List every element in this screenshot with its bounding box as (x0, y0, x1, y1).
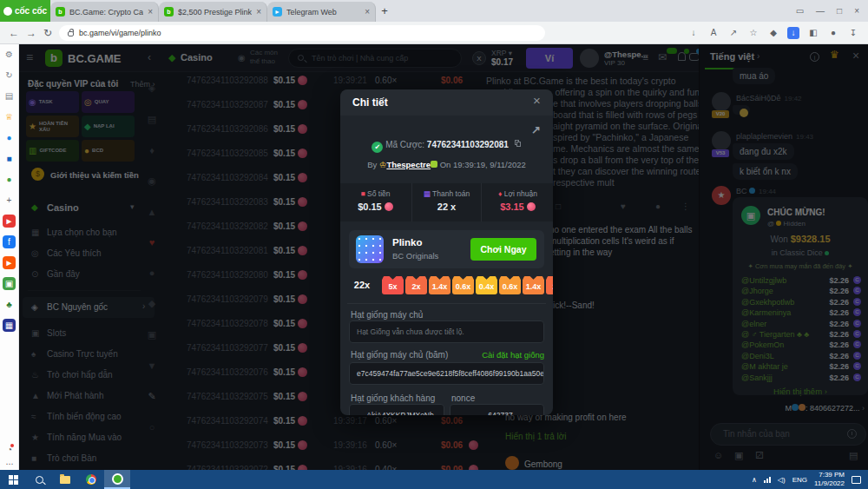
reload-button[interactable]: ↻ (43, 27, 52, 39)
translate-icon[interactable]: A (707, 27, 720, 39)
nav-sports-line1[interactable]: Các môn (250, 49, 278, 56)
rail-icon[interactable]: ✎ (148, 391, 155, 402)
tab-close-icon[interactable]: × (256, 7, 261, 17)
seed-settings-link[interactable]: Cài đặt hạt giống (482, 350, 544, 360)
chat-language-selector[interactable]: Tiếng việt (710, 51, 754, 62)
profile-icon[interactable]: ● (827, 27, 839, 39)
dice-icon[interactable]: ⚂ (755, 451, 764, 460)
rail-icon[interactable]: ▼ (148, 360, 157, 371)
player-name[interactable]: Thespectre (386, 160, 431, 169)
sidebar-item[interactable]: ■ Trò chơi Bàn (19, 448, 165, 469)
wallet-button[interactable]: Ví (526, 48, 573, 69)
server-seed-field[interactable]: Hạt Giống vẫn chưa được tiết lộ. (349, 320, 544, 343)
messenger-icon[interactable]: ● (3, 131, 16, 144)
chat-close-icon[interactable]: × (852, 50, 859, 62)
browser-tab[interactable]: ► Telegram Web × (267, 2, 376, 22)
vip-card[interactable]: ● BCD (82, 140, 135, 162)
bank-icon[interactable]: ▦ (3, 319, 16, 332)
info-icon[interactable]: i (810, 52, 819, 62)
nav-sports-line2[interactable]: thể thao (250, 57, 275, 65)
sidebar-item-bc-originals[interactable]: ◈ BC Nguyên gốc › (23, 297, 155, 318)
add-icon[interactable]: + (3, 194, 16, 207)
browser-tab[interactable]: b BC.Game: Crypto Casino Ga × (50, 2, 159, 22)
menu-icon[interactable]: ≡ (642, 52, 648, 63)
tv-icon[interactable]: ► (3, 256, 16, 269)
green-app-icon[interactable]: ● (3, 173, 16, 186)
winner-name[interactable]: @M akhtar je (741, 362, 788, 371)
facebook-icon[interactable]: f (3, 235, 16, 248)
maximize-button[interactable]: □ (837, 7, 842, 16)
vip-card[interactable]: ◉ TASK (26, 91, 79, 113)
tray-expand-icon[interactable]: ∧ (752, 476, 757, 484)
rail-icon[interactable]: ▤ (148, 114, 156, 125)
winner-name[interactable]: @Untilzgjlwb (741, 276, 786, 285)
bookmark-star-icon[interactable]: ☆ (747, 27, 760, 39)
language-indicator[interactable]: ENG (792, 476, 807, 484)
extension-icon[interactable]: ◧ (807, 27, 819, 39)
plinko-thumbnail[interactable] (356, 235, 384, 263)
rail-icon[interactable]: ♥ (149, 237, 155, 248)
feed-icon[interactable]: ▤ (3, 89, 16, 102)
vip-card[interactable]: ▥ GIFTCODE (26, 140, 79, 162)
bcgame-logo-icon[interactable]: b (45, 50, 62, 67)
chat-username[interactable]: plaplaplemevien19:43 (736, 132, 813, 141)
username[interactable]: @Thespe... (604, 50, 648, 59)
chat-rules-clock-icon[interactable] (847, 429, 857, 439)
currency-code[interactable]: XRP ▾ (491, 49, 512, 57)
youtube-icon[interactable]: ► (3, 215, 16, 228)
modal-close-icon[interactable]: × (533, 94, 541, 107)
hamburger-menu-icon[interactable]: ≡ (26, 51, 33, 63)
bcgame-logo-text[interactable]: BC.GAME (68, 52, 121, 65)
rain-congrats-card[interactable]: ▣ CHÚC MỪNG! @ Hidden Won $9328.15 in Cl… (733, 197, 868, 395)
sidebar-collapse-icon[interactable]: ‹ (148, 51, 151, 63)
adblock-shield-icon[interactable]: ◆ (767, 27, 779, 39)
winner-name[interactable]: @elner (741, 320, 766, 328)
taskbar-search-icon[interactable] (26, 470, 52, 489)
url-field[interactable]: bc.game/vi/game/plinko (59, 25, 545, 41)
rail-icon[interactable]: ◈ (148, 83, 155, 94)
zalo-icon[interactable]: ■ (3, 152, 16, 165)
chat-username[interactable]: BC 19:44 (736, 187, 776, 195)
vip-card[interactable]: ★ HOÀN TIỀN XẤU (26, 116, 79, 137)
downloads-icon[interactable]: ↧ (847, 27, 859, 39)
shop-icon[interactable]: ▣ (3, 277, 16, 290)
leaf-icon[interactable]: ♣ (3, 298, 16, 311)
client-seed-field[interactable]: AkiA4XKKPJMXeNb (349, 404, 444, 415)
share-icon[interactable]: ↗ (727, 27, 740, 39)
rail-icon[interactable]: ● (149, 268, 155, 278)
chat-avatar[interactable] (712, 131, 731, 150)
forward-button[interactable]: → (26, 27, 36, 39)
server-seed-hash-field[interactable]: e7c459474fa77ae5ce9e6218f5f8ceff4086f991… (349, 362, 544, 385)
vip-card[interactable]: ◎ QUAY (82, 91, 135, 113)
mailbox-icon[interactable]: ✉ (658, 52, 667, 63)
rail-icon[interactable]: ♦ (149, 145, 155, 155)
winner-name[interactable]: @Karmeninya (741, 308, 791, 317)
history-icon[interactable]: ↻ (3, 69, 16, 82)
rail-icon[interactable]: ◆ (148, 298, 155, 309)
rail-icon[interactable]: ▲ (148, 207, 157, 217)
action-center-icon[interactable] (852, 476, 861, 484)
new-tab-button[interactable]: + (376, 0, 393, 22)
winner-name[interactable]: @Gxekhpotlwb (741, 298, 794, 307)
show-more-link[interactable]: Hiển thị thêm › (733, 387, 868, 396)
share-icon[interactable]: ↗ (531, 124, 541, 135)
thumbs-up-icon[interactable]: ♥ (621, 202, 626, 211)
close-window-button[interactable]: × (854, 7, 859, 16)
trophy-icon[interactable]: ♛ (830, 50, 839, 60)
taskbar-clock[interactable]: 7:39 PM11/9/2022 (814, 471, 845, 487)
kebab-menu-icon[interactable]: ⋮ (681, 202, 690, 211)
reading-mode-icon[interactable]: ▭ (796, 7, 804, 16)
frame-icon[interactable]: □ (556, 202, 561, 211)
rail-icon[interactable]: ▣ (148, 329, 156, 340)
start-button[interactable] (0, 470, 26, 489)
show-replies-link[interactable]: Hiển thị 1 trả lời (505, 432, 566, 441)
nonce-field[interactable]: 642737 (450, 404, 544, 415)
wallet-tip-icon[interactable]: ▤ (849, 451, 858, 460)
game-search-input[interactable]: Tên trò chơi | Nhà cung cấp (288, 49, 462, 68)
play-now-button[interactable]: Chơi Ngay (470, 238, 536, 261)
rail-icon[interactable]: ◉ (148, 175, 156, 187)
referral-link[interactable]: Giới thiệu và kiếm tiền (50, 170, 139, 180)
notification-bell-icon[interactable]: ◔ (7, 445, 12, 454)
winner-name[interactable]: @Jhorge (741, 287, 773, 295)
winner-name[interactable]: @ ♂ Tiergarten ♣ ♣ (741, 330, 809, 339)
